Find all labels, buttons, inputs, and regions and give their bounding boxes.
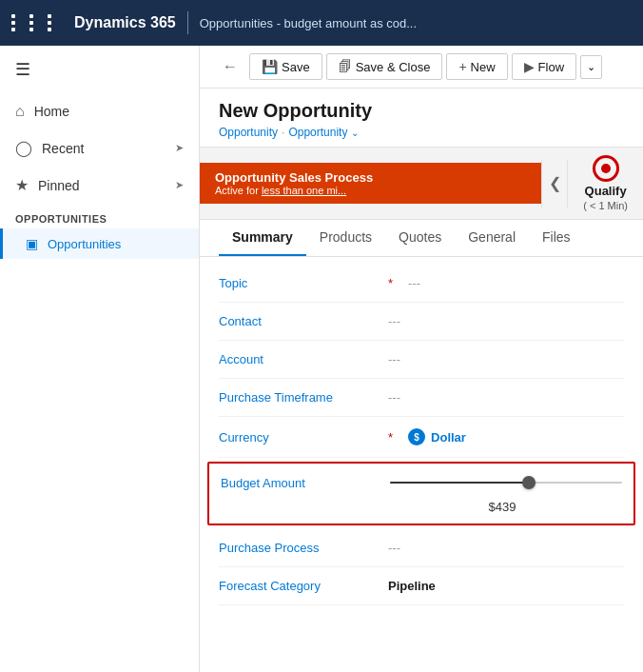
forecast-label: Forecast Category — [219, 579, 380, 593]
opportunities-icon: ▣ — [26, 236, 38, 251]
page-header: New Opportunity Opportunity · Opportunit… — [200, 89, 643, 147]
top-bar: Dynamics 365 Opportunities - budget amou… — [0, 0, 643, 46]
process-stage-sub: Active for less than one mi... — [215, 185, 526, 196]
breadcrumb-item-1[interactable]: Opportunity — [219, 126, 278, 139]
process-stage: Opportunity Sales Process Active for les… — [200, 163, 541, 204]
process-arrow-button[interactable]: ❮ — [541, 160, 568, 208]
main-layout: ☰ ⌂ Home ◯ Recent ➤ ★ Pinned ➤ Opportuni… — [0, 46, 643, 672]
tab-general[interactable]: General — [455, 220, 529, 256]
app-grid-icon[interactable] — [11, 14, 63, 31]
form-area: Topic * --- Contact --- Account --- Purc… — [200, 257, 643, 613]
sidebar-home-label: Home — [34, 104, 184, 119]
currency-required-star: * — [388, 430, 393, 445]
title-divider — [187, 11, 188, 34]
forecast-value[interactable]: Pipeline — [388, 579, 436, 593]
qualify-label: Qualify — [585, 184, 627, 198]
process-stage-name: Opportunity Sales Process — [215, 170, 526, 185]
budget-amount-label: Budget Amount — [221, 476, 382, 490]
save-close-button[interactable]: 🗐 Save & Close — [326, 53, 443, 80]
sidebar-item-pinned[interactable]: ★ Pinned ➤ — [0, 167, 199, 204]
process-bar: Opportunity Sales Process Active for les… — [200, 147, 643, 220]
account-label: Account — [219, 352, 380, 366]
tabs: Summary Products Quotes General Files — [200, 220, 643, 257]
sidebar-pinned-label: Pinned — [38, 178, 166, 193]
form-row-budget-highlighted: Budget Amount $439 — [207, 462, 635, 525]
pinned-chevron-icon: ➤ — [175, 179, 184, 191]
qualify-stage: Qualify ( < 1 Min) — [568, 148, 643, 219]
contact-label: Contact — [219, 314, 380, 328]
page-title: New Opportunity — [219, 100, 624, 122]
breadcrumb-separator: · — [282, 126, 284, 139]
budget-row: Budget Amount $439 — [221, 473, 622, 514]
topic-value[interactable]: --- — [408, 276, 420, 290]
toolbar: ← 💾 Save 🗐 Save & Close + New ▶ Flow ⌄ — [200, 46, 643, 89]
form-row-account: Account --- — [219, 341, 624, 379]
slider-thumb[interactable] — [522, 476, 536, 489]
currency-label: Currency — [219, 430, 380, 445]
sidebar-item-recent[interactable]: ◯ Recent ➤ — [0, 129, 199, 167]
currency-value[interactable]: $ Dollar — [408, 428, 466, 445]
save-icon: 💾 — [262, 59, 278, 74]
purchase-timeframe-label: Purchase Timeframe — [219, 390, 380, 405]
tab-files[interactable]: Files — [529, 220, 584, 256]
form-row-purchase-timeframe: Purchase Timeframe --- — [219, 379, 624, 417]
home-icon: ⌂ — [15, 103, 25, 120]
currency-text: Dollar — [431, 430, 466, 445]
slider-fill — [390, 482, 529, 484]
currency-icon: $ — [408, 428, 425, 445]
topic-label: Topic — [219, 276, 380, 290]
qualify-time: ( < 1 Min) — [583, 200, 628, 211]
breadcrumb: Opportunity · Opportunity ⌄ — [219, 126, 624, 139]
recent-icon: ◯ — [15, 139, 32, 157]
flow-dropdown-button[interactable]: ⌄ — [580, 55, 602, 79]
save-button[interactable]: 💾 Save — [249, 53, 322, 80]
breadcrumb-item-2[interactable]: Opportunity — [288, 126, 347, 139]
sidebar-section-opportunities: Opportunities — [0, 204, 199, 228]
tab-products[interactable]: Products — [306, 220, 385, 256]
form-row-topic: Topic * --- — [219, 265, 624, 303]
new-button[interactable]: + New — [446, 53, 507, 80]
back-button[interactable]: ← — [215, 54, 245, 79]
purchase-process-value[interactable]: --- — [388, 541, 400, 555]
slider-track — [390, 482, 622, 484]
form-row-currency: Currency * $ Dollar — [219, 417, 624, 458]
flow-button[interactable]: ▶ Flow — [512, 53, 576, 80]
tab-summary[interactable]: Summary — [219, 220, 306, 256]
contact-value[interactable]: --- — [388, 314, 400, 328]
tab-quotes[interactable]: Quotes — [385, 220, 455, 256]
recent-chevron-icon: ➤ — [175, 142, 184, 154]
sidebar-item-opportunities[interactable]: ▣ Opportunities — [0, 228, 199, 259]
app-title: Dynamics 365 — [74, 14, 176, 31]
form-row-contact: Contact --- — [219, 303, 624, 341]
breadcrumb-chevron-icon[interactable]: ⌄ — [351, 128, 359, 138]
content-area: ← 💾 Save 🗐 Save & Close + New ▶ Flow ⌄ N… — [200, 46, 643, 672]
hamburger-icon[interactable]: ☰ — [0, 46, 199, 93]
purchase-timeframe-value[interactable]: --- — [388, 390, 400, 405]
purchase-process-label: Purchase Process — [219, 541, 380, 555]
sidebar-item-home[interactable]: ⌂ Home — [0, 93, 199, 129]
sidebar-opportunities-label: Opportunities — [48, 237, 121, 251]
sidebar-recent-label: Recent — [42, 141, 166, 156]
budget-top: Budget Amount — [221, 473, 622, 492]
topic-required-star: * — [388, 276, 393, 290]
budget-amount-value: $439 — [221, 500, 622, 514]
flow-icon: ▶ — [524, 59, 535, 74]
account-value[interactable]: --- — [388, 352, 400, 366]
save-close-icon: 🗐 — [339, 59, 352, 74]
form-row-forecast: Forecast Category Pipeline — [219, 567, 624, 605]
new-icon: + — [458, 59, 466, 74]
pinned-icon: ★ — [15, 176, 29, 194]
form-row-purchase-process: Purchase Process --- — [219, 529, 624, 567]
qualify-circle-icon — [593, 155, 619, 182]
sidebar: ☰ ⌂ Home ◯ Recent ➤ ★ Pinned ➤ Opportuni… — [0, 46, 200, 672]
page-subtitle: Opportunities - budget amount as cod... — [200, 16, 417, 30]
budget-slider[interactable] — [390, 473, 622, 492]
